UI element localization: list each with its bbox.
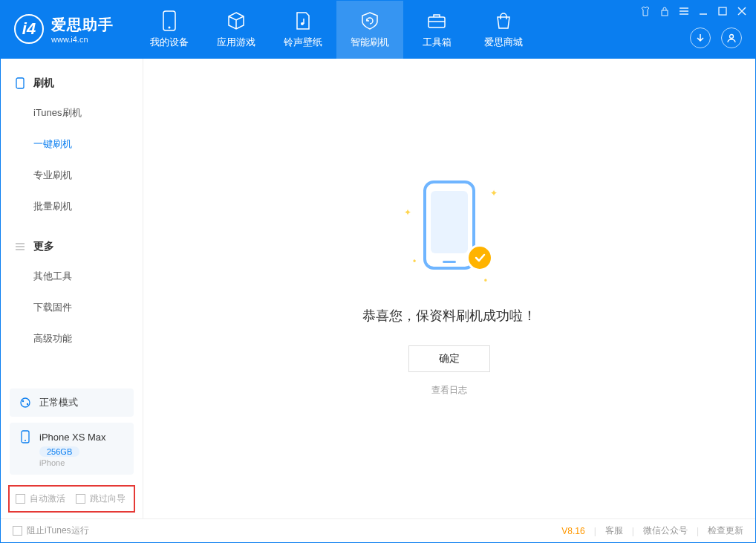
sidebar-section-more: 更多 其他工具 下载固件 高级功能 — [1, 222, 143, 354]
checkbox-skip-guide[interactable]: 跳过向导 — [76, 492, 126, 505]
tab-smart-flash[interactable]: 智能刷机 — [336, 1, 403, 59]
svg-rect-3 — [428, 17, 445, 27]
header-bar: i4 爱思助手 www.i4.cn 我的设备 应用游戏 铃声壁纸 智能刷机 — [1, 1, 755, 59]
refresh-shield-icon — [359, 10, 380, 31]
checkbox-auto-activate[interactable]: 自动激活 — [16, 492, 65, 505]
svg-rect-5 — [719, 7, 726, 15]
user-button[interactable] — [721, 27, 742, 48]
sidebar: 刷机 iTunes刷机 一键刷机 专业刷机 批量刷机 更多 其他工具 下载固件 … — [1, 59, 143, 518]
device-name: iPhone XS Max — [39, 432, 106, 443]
svg-point-9 — [22, 400, 24, 402]
tab-ringtones-wallpapers[interactable]: 铃声壁纸 — [270, 1, 336, 59]
music-file-icon — [293, 10, 313, 31]
view-log-link[interactable]: 查看日志 — [431, 384, 467, 397]
close-icon[interactable] — [736, 5, 748, 17]
sidebar-item-advanced[interactable]: 高级功能 — [1, 323, 143, 354]
checkbox-icon — [16, 494, 25, 504]
menu-icon[interactable] — [678, 5, 690, 17]
footer-link-support[interactable]: 客服 — [605, 524, 623, 537]
app-logo-icon: i4 — [14, 14, 44, 44]
sparkle-icon: ✦ — [404, 207, 411, 218]
tab-label: 智能刷机 — [351, 36, 389, 49]
footer-bar: 阻止iTunes运行 V8.16 | 客服 | 微信公众号 | 检查更新 — [1, 518, 755, 542]
svg-point-10 — [27, 403, 28, 405]
toolbox-icon — [426, 10, 447, 31]
main-content: ✦ ✦ • • 恭喜您，保资料刷机成功啦！ 确定 查看日志 — [143, 59, 755, 518]
checkbox-label: 跳过向导 — [90, 492, 126, 505]
list-icon — [14, 241, 26, 253]
success-illustration: ✦ ✦ • • — [408, 181, 490, 284]
minimize-icon[interactable] — [697, 5, 709, 17]
footer-link-wechat[interactable]: 微信公众号 — [643, 524, 688, 537]
sidebar-heading-label: 更多 — [33, 240, 54, 253]
logo-area: i4 爱思助手 www.i4.cn — [1, 1, 127, 57]
sidebar-item-download-firmware[interactable]: 下载固件 — [1, 292, 143, 323]
svg-point-6 — [730, 35, 734, 39]
tab-label: 铃声壁纸 — [284, 36, 322, 49]
header-action-buttons — [690, 27, 742, 48]
mode-label: 正常模式 — [39, 396, 78, 409]
app-window: i4 爱思助手 www.i4.cn 我的设备 应用游戏 铃声壁纸 智能刷机 — [0, 0, 756, 543]
mode-card[interactable]: 正常模式 — [10, 388, 134, 417]
download-button[interactable] — [690, 27, 711, 48]
lock-icon[interactable] — [659, 5, 671, 17]
storage-badge: 256GB — [39, 446, 79, 457]
svg-point-2 — [301, 22, 304, 25]
sidebar-item-batch-flash[interactable]: 批量刷机 — [1, 191, 143, 222]
maximize-icon[interactable] — [717, 5, 729, 17]
logo-text: 爱思助手 www.i4.cn — [51, 15, 114, 44]
sparkle-icon: • — [413, 256, 416, 267]
tshirt-icon[interactable] — [639, 5, 651, 17]
sidebar-item-other-tools[interactable]: 其他工具 — [1, 261, 143, 292]
footer-left: 阻止iTunes运行 — [13, 524, 89, 537]
svg-point-8 — [21, 398, 30, 407]
svg-point-1 — [169, 27, 171, 29]
checkbox-block-itunes[interactable]: 阻止iTunes运行 — [13, 524, 89, 537]
cube-icon — [226, 10, 247, 31]
status-message: 恭喜您，保资料刷机成功啦！ — [362, 307, 536, 325]
device-cards: 正常模式 iPhone XS Max 256GB iPhone — [1, 381, 143, 481]
phone-icon — [14, 77, 26, 89]
device-type: iPhone — [39, 458, 65, 467]
tab-toolbox[interactable]: 工具箱 — [403, 1, 470, 59]
version-label: V8.16 — [561, 526, 584, 536]
tab-my-device[interactable]: 我的设备 — [136, 1, 203, 59]
tab-label: 应用游戏 — [217, 36, 255, 49]
svg-rect-7 — [16, 78, 24, 88]
main-tabs: 我的设备 应用游戏 铃声壁纸 智能刷机 工具箱 爱思商城 — [136, 1, 537, 59]
svg-rect-4 — [662, 10, 668, 16]
shopping-bag-icon — [493, 10, 514, 31]
options-highlight-box: 自动激活 跳过向导 — [8, 485, 135, 513]
footer-link-update[interactable]: 检查更新 — [708, 524, 743, 537]
tab-label: 工具箱 — [423, 36, 452, 49]
tab-label: 爱思商城 — [484, 36, 523, 49]
sidebar-heading-more: 更多 — [1, 233, 143, 261]
device-card[interactable]: iPhone XS Max 256GB iPhone — [10, 423, 134, 475]
app-url: www.i4.cn — [51, 35, 114, 44]
sidebar-heading-label: 刷机 — [33, 77, 54, 90]
sidebar-section-flash: 刷机 iTunes刷机 一键刷机 专业刷机 批量刷机 — [1, 59, 143, 222]
sidebar-heading-flash: 刷机 — [1, 69, 143, 97]
footer-right: V8.16 | 客服 | 微信公众号 | 检查更新 — [561, 524, 743, 537]
mode-icon — [19, 396, 32, 409]
checkbox-icon — [76, 494, 85, 504]
sidebar-item-pro-flash[interactable]: 专业刷机 — [1, 160, 143, 191]
separator: | — [697, 526, 699, 536]
svg-point-12 — [25, 440, 26, 441]
sidebar-item-oneclick-flash[interactable]: 一键刷机 — [1, 129, 143, 160]
device-icon — [159, 10, 180, 31]
titlebar-controls — [639, 5, 748, 17]
sidebar-item-itunes-flash[interactable]: iTunes刷机 — [1, 97, 143, 129]
separator: | — [594, 526, 596, 536]
tab-store[interactable]: 爱思商城 — [470, 1, 537, 59]
separator: | — [632, 526, 634, 536]
checkbox-label: 阻止iTunes运行 — [27, 524, 89, 537]
checkbox-label: 自动激活 — [30, 492, 65, 505]
app-name: 爱思助手 — [51, 15, 114, 35]
sparkle-icon: • — [484, 276, 487, 286]
sparkle-icon: ✦ — [490, 188, 498, 198]
tab-apps-games[interactable]: 应用游戏 — [203, 1, 270, 59]
success-check-icon — [466, 244, 493, 271]
ok-button[interactable]: 确定 — [408, 345, 490, 372]
device-icon — [19, 430, 32, 443]
